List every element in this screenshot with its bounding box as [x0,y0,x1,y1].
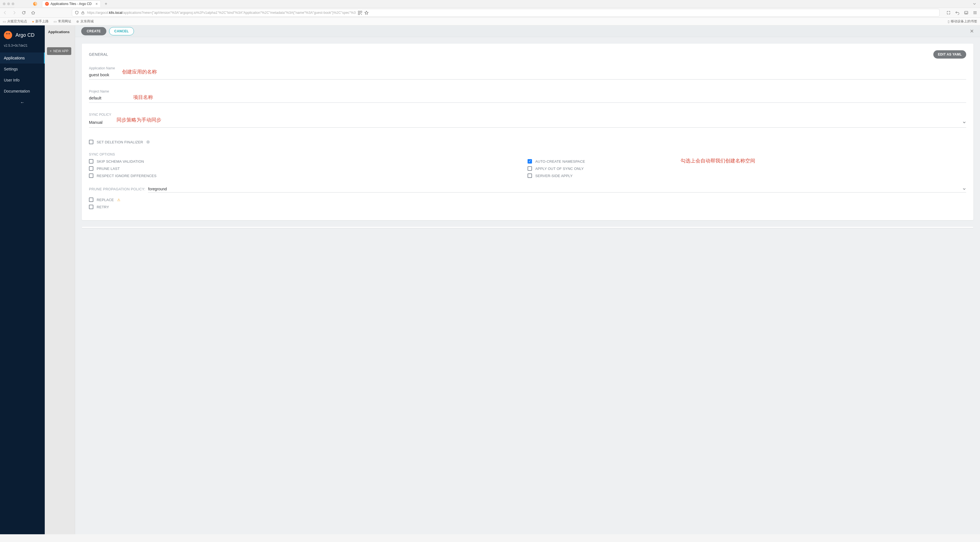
url-text: https://argocd.k8s.local/applications?ne… [87,11,356,14]
field-project-name: Project Name 项目名称 [89,89,966,103]
bookmark-item[interactable]: ▭火狐官方站点 [3,19,27,24]
chevron-down-icon [963,187,966,191]
mobile-icon: ▯ [948,20,950,24]
app-name-label: Application Name [89,66,966,70]
traffic-min[interactable] [7,3,10,5]
svg-rect-6 [360,11,362,13]
opt-skip-schema-validation[interactable]: SKIP SCHEMA VALIDATION [89,159,528,164]
traffic-max[interactable] [11,3,14,5]
sidebar-item-applications[interactable]: Applications [0,53,45,64]
browser-tab-active[interactable]: Applications Tiles - Argo CD × [42,0,101,7]
shield-icon[interactable] [75,11,79,14]
new-tab-icon[interactable]: + [105,2,107,6]
svg-point-2 [46,3,47,4]
opt-respect-ignore-differences[interactable]: RESPECT IGNORE DIFFERENCES [89,174,528,178]
lock-icon[interactable] [81,11,85,14]
bookmark-item[interactable]: ⊕京东商城 [76,19,94,24]
undo-icon[interactable] [955,11,959,15]
url-bar[interactable]: https://argocd.k8s.local/applications?ne… [72,9,940,17]
nav-forward-icon[interactable] [12,11,17,15]
checkbox-icon [89,140,93,144]
sync-options-grid: SKIP SCHEMA VALIDATION PRUNE LAST RESPEC… [89,159,966,181]
nav-buttons [3,11,35,15]
svg-rect-5 [358,11,360,13]
bookmark-star-icon[interactable] [364,11,369,15]
secondary-column: Applications + NEW APP [45,26,75,534]
tab-close-icon[interactable]: × [95,2,98,6]
nav-reload-icon[interactable] [22,11,26,15]
firefox-icon[interactable] [31,2,39,6]
chevron-down-icon [963,120,966,124]
checkbox-checked-icon [528,159,532,164]
svg-point-3 [47,3,48,4]
toolbar-right-icons [946,11,977,15]
checkbox-icon [89,159,93,164]
sidebar-collapse-icon[interactable]: ← [0,100,45,105]
opt-apply-out-of-sync-only[interactable]: APPLY OUT OF SYNC ONLY [528,166,966,171]
tab-title: Applications Tiles - Argo CD [51,2,92,6]
sidebar-item-settings[interactable]: Settings [0,64,45,75]
sync-policy-label: SYNC POLICY [89,113,966,116]
new-app-button[interactable]: + NEW APP [47,47,71,55]
app-name-input[interactable] [89,70,966,80]
sync-options-label: SYNC OPTIONS [89,153,966,156]
opt-server-side-apply[interactable]: SERVER-SIDE APPLY [528,174,966,178]
prune-policy-value: foreground [148,187,963,191]
close-panel-icon[interactable]: ✕ [970,28,974,34]
nav-back-icon[interactable] [3,11,7,15]
secondary-header: Applications [45,26,75,38]
opt-retry[interactable]: RETRY [89,205,966,209]
prune-policy-select[interactable]: foreground [148,186,966,193]
bookmark-item[interactable]: ●新手上路 [32,19,49,24]
mobile-bookmarks[interactable]: ▯移动设备上的书签 [948,19,977,24]
warning-icon: ⚠ [117,198,121,202]
sync-policy-value: Manual [89,117,963,128]
argo-logo-icon [4,31,12,39]
mac-titlebar: Applications Tiles - Argo CD × + [0,0,980,8]
opt-prune-last[interactable]: PRUNE LAST [89,166,528,171]
section-title-general: GENERAL [89,52,108,57]
svg-rect-7 [358,13,360,14]
argo-sidebar: Argo CD v2.5.3+0c7de21 Applications Sett… [0,26,45,534]
create-button[interactable]: CREATE [81,27,107,35]
sidebar-item-user-info[interactable]: User Info [0,75,45,86]
sync-policy-select[interactable]: Manual [89,117,966,128]
qr-icon[interactable] [358,11,362,15]
info-icon[interactable] [146,140,150,143]
tab-overflow-icon[interactable] [973,2,976,6]
traffic-close[interactable] [3,3,6,5]
project-name-label: Project Name [89,89,966,93]
menu-icon[interactable] [973,11,977,15]
nav-home-icon[interactable] [31,11,35,15]
brand: Argo CD [0,26,45,42]
annotation-app-name: 创建应用的名称 [122,69,157,75]
traffic-lights [0,3,14,5]
browser-toolbar: https://argocd.k8s.local/applications?ne… [0,8,980,18]
folder-icon: ▭ [3,20,6,24]
bookmark-item[interactable]: ▭常用网址 [54,19,71,24]
prune-propagation-row: PRUNE PROPAGATION POLICY: foreground [89,186,966,193]
screenshot-icon[interactable] [946,11,951,15]
set-deletion-finalizer-checkbox[interactable]: SET DELETION FINALIZER [89,140,966,144]
checkbox-icon [89,174,93,178]
field-sync-policy: SYNC POLICY Manual 同步策略为手动同步 [89,113,966,128]
sidebar-item-documentation[interactable]: Documentation [0,86,45,97]
globe-icon: ⊕ [76,20,79,24]
project-name-input[interactable] [89,93,966,103]
tray-icon[interactable] [964,11,969,15]
field-app-name: Application Name 创建应用的名称 [89,66,966,80]
argo-favicon [45,2,49,6]
edit-as-yaml-button[interactable]: EDIT AS YAML [933,50,966,59]
svg-rect-8 [360,13,361,14]
checkbox-icon [89,166,93,171]
opt-replace[interactable]: REPLACE ⚠ [89,198,966,202]
annotation-sync-policy: 同步策略为手动同步 [116,116,161,123]
general-card: GENERAL EDIT AS YAML Application Name 创建… [82,44,974,220]
brand-text: Argo CD [16,32,35,38]
svg-rect-4 [82,13,84,14]
cancel-button[interactable]: CANCEL [109,27,134,35]
next-card-peek [82,227,974,228]
checkbox-icon [89,198,93,202]
prune-policy-label: PRUNE PROPAGATION POLICY: [89,187,145,191]
firefox-small-icon: ● [32,20,34,24]
